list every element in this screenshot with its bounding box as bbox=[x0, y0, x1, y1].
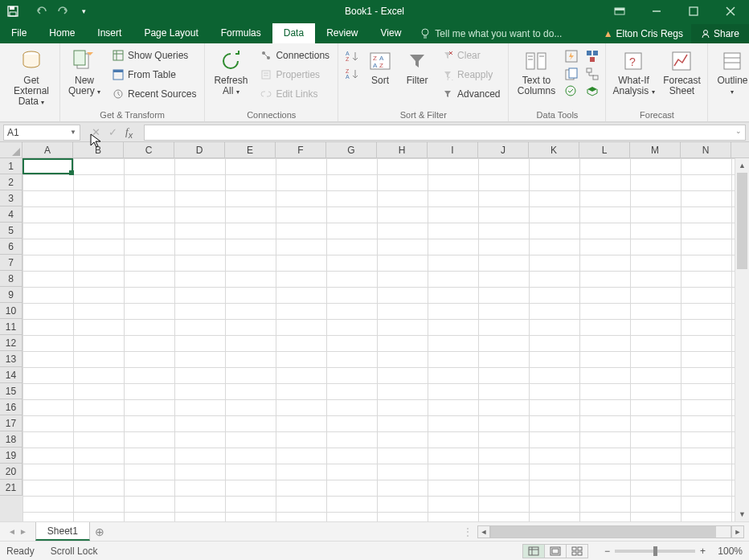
row-header[interactable]: 19 bbox=[0, 448, 23, 464]
tab-data[interactable]: Data bbox=[272, 23, 315, 43]
advanced-button[interactable]: Advanced bbox=[438, 85, 503, 103]
sheet-nav-prev-icon[interactable]: ◄ bbox=[8, 527, 16, 536]
row-header[interactable]: 1 bbox=[0, 158, 23, 174]
sheet-tab-active[interactable]: Sheet1 bbox=[35, 522, 90, 541]
properties-button[interactable]: Properties bbox=[256, 66, 333, 84]
tab-page-layout[interactable]: Page Layout bbox=[133, 23, 209, 43]
formula-input[interactable]: ⌄ bbox=[144, 125, 746, 141]
close-button[interactable] bbox=[712, 0, 749, 22]
sort-button[interactable]: ZAAZ Sort bbox=[364, 47, 396, 86]
new-query-button[interactable]: NewQuery ▾ bbox=[65, 47, 104, 97]
row-header[interactable]: 9 bbox=[0, 287, 23, 303]
row-header[interactable]: 4 bbox=[0, 206, 23, 223]
undo-button[interactable] bbox=[32, 2, 51, 21]
flash-fill-button[interactable] bbox=[563, 48, 579, 64]
scroll-up-button[interactable]: ▲ bbox=[735, 158, 749, 173]
outline-button[interactable]: Outline▾ bbox=[713, 47, 749, 97]
zoom-slider[interactable] bbox=[615, 550, 695, 553]
column-header[interactable]: J bbox=[478, 142, 529, 157]
column-header[interactable]: B bbox=[73, 142, 124, 157]
clear-button[interactable]: Clear bbox=[438, 47, 503, 64]
horizontal-scrollbar[interactable]: ⋮ ◄ ► bbox=[109, 525, 749, 538]
expand-formula-bar-button[interactable]: ⌄ bbox=[735, 127, 742, 135]
share-button[interactable]: Share bbox=[691, 24, 749, 43]
tab-insert[interactable]: Insert bbox=[86, 23, 133, 43]
recent-sources-button[interactable]: Recent Sources bbox=[108, 85, 199, 103]
column-header[interactable]: M bbox=[630, 142, 681, 157]
zoom-in-button[interactable]: + bbox=[700, 546, 706, 557]
text-to-columns-button[interactable]: Text toColumns bbox=[514, 47, 559, 96]
vertical-scroll-thumb[interactable] bbox=[737, 173, 747, 269]
row-header[interactable]: 18 bbox=[0, 431, 23, 448]
show-queries-button[interactable]: Show Queries bbox=[108, 47, 199, 64]
consolidate-button[interactable] bbox=[584, 48, 600, 64]
column-header[interactable]: D bbox=[174, 142, 225, 157]
column-header[interactable]: I bbox=[428, 142, 478, 157]
connections-button[interactable]: Connections bbox=[256, 47, 333, 64]
minimize-button[interactable] bbox=[638, 0, 675, 22]
from-table-button[interactable]: From Table bbox=[108, 66, 199, 84]
tab-file[interactable]: File bbox=[0, 23, 38, 43]
row-header[interactable]: 17 bbox=[0, 415, 23, 431]
zoom-level[interactable]: 100% bbox=[710, 546, 743, 557]
account-button[interactable]: ▲ Elton Cris Regs bbox=[596, 24, 691, 43]
sheet-nav-buttons[interactable]: ◄ ► bbox=[0, 527, 35, 536]
tab-review[interactable]: Review bbox=[315, 23, 369, 43]
row-header[interactable]: 6 bbox=[0, 239, 23, 255]
zoom-out-button[interactable]: − bbox=[604, 546, 610, 557]
row-header[interactable]: 10 bbox=[0, 303, 23, 319]
sort-desc-button[interactable]: ZA bbox=[343, 66, 359, 82]
maximize-button[interactable] bbox=[675, 0, 712, 22]
horizontal-scroll-thumb[interactable] bbox=[491, 526, 716, 538]
cells-area[interactable] bbox=[23, 158, 735, 521]
cancel-formula-button[interactable]: ✕ bbox=[92, 126, 100, 138]
whatif-button[interactable]: ? What-IfAnalysis ▾ bbox=[611, 47, 656, 97]
page-layout-view-button[interactable] bbox=[544, 544, 567, 558]
column-header[interactable]: F bbox=[276, 142, 326, 157]
column-header[interactable]: L bbox=[579, 142, 630, 157]
enter-formula-button[interactable]: ✓ bbox=[108, 126, 117, 138]
vertical-scrollbar[interactable]: ▲ ▼ bbox=[735, 158, 749, 521]
remove-duplicates-button[interactable] bbox=[563, 66, 579, 82]
column-header[interactable]: N bbox=[681, 142, 731, 157]
sort-asc-button[interactable]: AZ bbox=[343, 48, 359, 64]
row-header[interactable]: 15 bbox=[0, 383, 23, 399]
reapply-button[interactable]: Reapply bbox=[438, 66, 503, 84]
ribbon-display-options-button[interactable] bbox=[601, 0, 638, 22]
scroll-right-button[interactable]: ► bbox=[731, 525, 744, 538]
tab-split-handle[interactable]: ⋮ bbox=[458, 526, 477, 538]
data-validation-button[interactable] bbox=[563, 84, 579, 100]
forecast-sheet-button[interactable]: ForecastSheet bbox=[661, 47, 702, 96]
column-header[interactable]: H bbox=[377, 142, 428, 157]
row-header[interactable]: 20 bbox=[0, 464, 23, 480]
edit-links-button[interactable]: Edit Links bbox=[256, 85, 333, 103]
row-header[interactable]: 14 bbox=[0, 367, 23, 383]
row-header[interactable]: 5 bbox=[0, 223, 23, 239]
normal-view-button[interactable] bbox=[522, 544, 545, 558]
row-header[interactable]: 16 bbox=[0, 399, 23, 415]
row-header[interactable]: 2 bbox=[0, 174, 23, 190]
refresh-all-button[interactable]: RefreshAll ▾ bbox=[210, 47, 252, 97]
column-header[interactable]: E bbox=[225, 142, 276, 157]
row-header[interactable]: 12 bbox=[0, 335, 23, 351]
manage-data-model-button[interactable] bbox=[584, 84, 600, 100]
page-break-view-button[interactable] bbox=[566, 544, 588, 558]
select-all-corner[interactable] bbox=[0, 142, 23, 157]
insert-function-button[interactable]: fx bbox=[125, 125, 133, 140]
tell-me-search[interactable]: Tell me what you want to do... bbox=[412, 24, 570, 43]
column-header[interactable]: C bbox=[124, 142, 174, 157]
row-header[interactable]: 11 bbox=[0, 319, 23, 335]
save-button[interactable] bbox=[3, 2, 23, 21]
get-external-data-button[interactable]: Get ExternalData ▾ bbox=[8, 47, 55, 108]
scroll-down-button[interactable]: ▼ bbox=[735, 507, 749, 521]
relationships-button[interactable] bbox=[584, 66, 600, 82]
qat-customize-button[interactable]: ▾ bbox=[74, 2, 93, 21]
tab-home[interactable]: Home bbox=[38, 23, 86, 43]
row-header[interactable]: 7 bbox=[0, 255, 23, 271]
column-header[interactable]: A bbox=[23, 142, 73, 157]
new-sheet-button[interactable]: ⊕ bbox=[90, 525, 109, 538]
column-header[interactable]: G bbox=[326, 142, 377, 157]
row-header[interactable]: 8 bbox=[0, 271, 23, 287]
tab-view[interactable]: View bbox=[370, 23, 413, 43]
column-header[interactable]: K bbox=[529, 142, 579, 157]
